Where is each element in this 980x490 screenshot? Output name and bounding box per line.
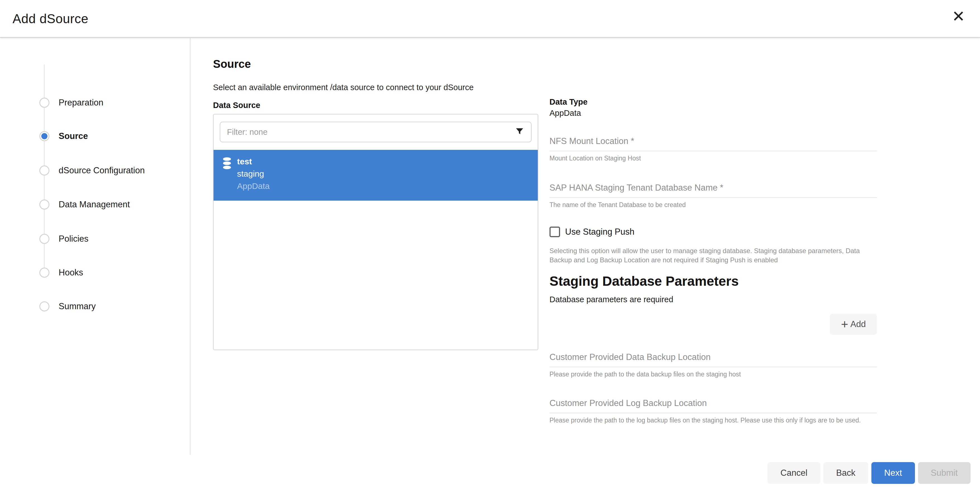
add-button-label: Add	[850, 319, 866, 329]
step-circle	[39, 268, 49, 278]
input-underline	[549, 413, 877, 413]
wizard-footer: Cancel Back Next Submit	[767, 462, 970, 484]
checkbox-unchecked[interactable]	[549, 227, 560, 237]
step-dsource-configuration[interactable]: dSource Configuration	[0, 165, 190, 176]
section-heading: Source	[213, 58, 538, 70]
step-summary[interactable]: Summary	[0, 301, 190, 311]
step-circle	[39, 234, 49, 244]
wizard-sidebar: Preparation Source dSource Configuration…	[0, 38, 191, 455]
add-parameter-button[interactable]: + Add	[830, 314, 877, 335]
database-icon	[222, 157, 232, 171]
dialog-header: Add dSource ✕	[0, 0, 980, 38]
step-source[interactable]: Source	[0, 131, 190, 141]
source-selection-panel: Source Select an available environment /…	[213, 38, 538, 350]
back-button[interactable]: Back	[823, 462, 868, 484]
step-data-management[interactable]: Data Management	[0, 200, 190, 209]
sap-hana-tenant-db-field[interactable]: SAP HANA Staging Tenant Database Name * …	[549, 183, 877, 209]
dsource-details-panel: Data Type AppData NFS Mount Location * M…	[549, 38, 877, 425]
filter-field	[220, 122, 531, 142]
source-data-type: AppData	[237, 180, 270, 192]
step-label: Data Management	[59, 200, 130, 209]
data-source-item-selected[interactable]: test staging AppData	[213, 150, 538, 201]
data-source-list: test staging AppData	[213, 114, 538, 350]
data-type-value: AppData	[549, 109, 877, 118]
step-label: Summary	[59, 301, 96, 311]
filter-input[interactable]	[227, 127, 515, 137]
step-label: Source	[59, 131, 88, 141]
step-circle	[39, 200, 49, 209]
log-backup-location-field[interactable]: Customer Provided Log Backup Location Pl…	[549, 398, 877, 425]
nfs-mount-location-placeholder: NFS Mount Location *	[549, 136, 877, 146]
step-preparation[interactable]: Preparation	[0, 98, 190, 108]
data-type-label: Data Type	[549, 97, 877, 106]
step-circle	[39, 98, 49, 108]
input-underline	[549, 151, 877, 151]
funnel-icon[interactable]	[515, 127, 524, 137]
data-backup-location-helper: Please provide the path to the data back…	[549, 370, 877, 379]
staging-db-params-heading: Staging Database Parameters	[549, 273, 877, 289]
data-backup-location-placeholder: Customer Provided Data Backup Location	[549, 352, 877, 362]
data-source-label: Data Source	[213, 101, 538, 110]
source-name: test	[237, 155, 270, 168]
wizard-stepper: Preparation Source dSource Configuration…	[0, 38, 190, 455]
step-circle-active	[39, 131, 49, 141]
step-label: dSource Configuration	[59, 165, 145, 176]
step-hooks[interactable]: Hooks	[0, 268, 190, 278]
staging-db-params-note: Database parameters are required	[549, 295, 877, 304]
step-label: Hooks	[59, 268, 83, 278]
plus-icon: +	[841, 318, 848, 330]
add-parameter-row: + Add	[549, 314, 877, 335]
log-backup-location-helper: Please provide the path to the log backu…	[549, 416, 877, 425]
page-title: Add dSource	[0, 11, 88, 26]
sap-hana-tenant-db-helper: The name of the Tenant Database to be cr…	[549, 201, 877, 209]
step-label: Preparation	[59, 98, 103, 108]
next-button[interactable]: Next	[872, 462, 915, 484]
close-icon[interactable]: ✕	[946, 4, 971, 29]
step-circle	[39, 165, 49, 176]
step-policies[interactable]: Policies	[0, 234, 190, 244]
use-staging-push-label: Use Staging Push	[565, 227, 634, 237]
use-staging-push-checkbox-row[interactable]: Use Staging Push	[549, 227, 877, 237]
nfs-mount-location-helper: Mount Location on Staging Host	[549, 154, 877, 163]
step-circle	[39, 301, 49, 311]
step-label: Policies	[59, 234, 89, 244]
log-backup-location-placeholder: Customer Provided Log Backup Location	[549, 398, 877, 408]
section-subtitle: Select an available environment /data so…	[213, 83, 538, 92]
submit-button[interactable]: Submit	[918, 462, 970, 484]
staging-push-description: Selecting this option will allow the use…	[549, 246, 873, 265]
sap-hana-tenant-db-placeholder: SAP HANA Staging Tenant Database Name *	[549, 183, 877, 193]
cancel-button[interactable]: Cancel	[767, 462, 820, 484]
data-backup-location-field[interactable]: Customer Provided Data Backup Location P…	[549, 352, 877, 379]
source-environment: staging	[237, 168, 270, 180]
nfs-mount-location-field[interactable]: NFS Mount Location * Mount Location on S…	[549, 136, 877, 163]
input-underline	[549, 197, 877, 198]
input-underline	[549, 367, 877, 367]
